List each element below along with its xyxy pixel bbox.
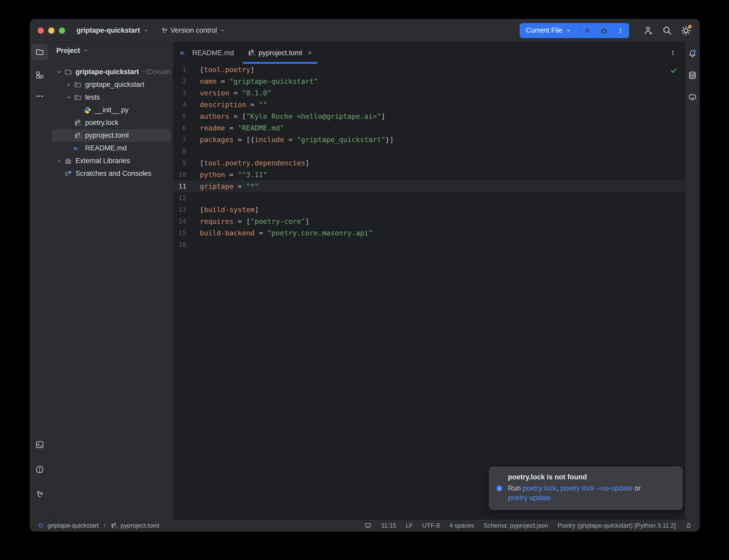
tree-item-griptape-quickstart-pkg[interactable]: griptape_quickstart [52,78,171,91]
run-configuration-label: Current File [526,26,563,34]
add-user-icon [643,25,654,36]
editor-tab-bar: M↓ README.md [T] pyproject.toml [173,42,685,64]
tree-item-pyproject-toml[interactable]: [T]pyproject.toml [52,129,171,142]
run-button[interactable] [581,24,594,37]
inspections-widget[interactable] [669,66,678,76]
code-token: = [233,182,246,190]
tree-item-readme-md[interactable]: M↓README.md [52,142,171,155]
tab-readme-md[interactable]: M↓ README.md [173,42,241,64]
tree-item-tests[interactable]: tests [52,91,171,104]
breadcrumb-project[interactable]: griptape-quickstart [47,522,99,529]
notification-body: Run poetry lock, poetry lock --no-update… [508,484,641,503]
folder-icon [64,68,73,76]
editor-body[interactable]: 1[tool.poetry]2name = "griptape-quicksta… [173,64,685,519]
status-segment[interactable]: UTF-8 [422,522,440,529]
tree-item-init-py[interactable]: __init__.py [52,104,171,116]
status-segment[interactable]: Poetry (griptape-quickstart) [Python 3.1… [558,522,676,529]
status-segment[interactable]: LF [406,522,413,529]
project-tool-button[interactable] [31,44,48,60]
code-text: version = "0.1.0" [200,89,271,97]
code-token: tool.poetry.dependencies [204,159,305,167]
line-number: 8 [173,148,197,155]
editor-area: M↓ README.md [T] pyproject.toml 1[tool.p… [173,42,685,519]
toml-icon: [T] [73,132,82,139]
status-segments: 11:15LFUTF-84 spacesSchema: pyproject.js… [381,522,676,529]
chevron-down-icon[interactable] [55,69,64,75]
notification-text: Run [508,484,523,492]
code-token: description [200,101,246,109]
add-user-button[interactable] [643,25,655,37]
zoom-window-button[interactable] [59,27,65,34]
svg-text:M: M [180,51,184,55]
code-token: }] [385,136,394,144]
ai-assistant-status-icon[interactable] [364,522,372,529]
code-text: requires = ["poetry-core"] [200,217,309,225]
code-line: 1[tool.poetry] [173,64,685,75]
tree-item-poetry-lock[interactable]: [T]poetry.lock [52,116,171,129]
line-number: 5 [173,113,197,120]
status-segment[interactable]: 11:15 [381,522,396,529]
code-line: 13[build-system] [173,204,685,215]
code-token: "poetry.core.masonry.api" [267,229,373,237]
editor-options-button[interactable] [667,47,679,59]
chevron-down-icon[interactable] [64,94,73,101]
run-configuration-selector[interactable]: Current File [526,26,571,34]
code-token: readme [200,124,225,132]
notification-text: , [557,484,561,492]
chevron-right-icon[interactable] [64,81,73,88]
toml-file-icon: [T] [247,49,255,57]
search-everywhere-button[interactable] [661,25,673,37]
tree-item-root[interactable]: griptape-quickstart~/Docume [52,66,171,78]
code-token: [ [200,159,204,167]
ai-assistant-tool-button[interactable] [687,92,698,103]
settings-button[interactable] [680,25,692,37]
database-tool-button[interactable] [687,70,698,81]
tree-item-external-libraries[interactable]: External Libraries [52,155,171,167]
play-icon [583,26,592,35]
right-tool-strip [685,42,700,519]
line-number: 3 [173,89,197,97]
status-segment[interactable]: 4 spaces [449,522,474,529]
more-tool-windows-button[interactable] [31,89,48,103]
vcs-widget[interactable]: Version control [161,26,226,34]
tab-label: README.md [192,49,234,57]
status-segment[interactable]: Schema: pyproject.json [484,522,548,529]
notification-link[interactable]: poetry lock --no-update [561,484,633,492]
code-line: 7packages = [{include = "griptape_quicks… [173,134,685,145]
run-widget-more-button[interactable] [614,24,627,37]
problems-tool-button[interactable] [31,463,48,476]
code-line: 5authors = ["Kyle Roche <hello@griptape.… [173,110,685,122]
structure-tool-button[interactable] [31,68,48,82]
chevron-right-icon[interactable] [55,158,64,164]
tree-item-label: poetry.lock [85,119,119,127]
close-tab-button[interactable] [307,50,313,56]
code-token: = [217,77,229,85]
version-control-tool-button[interactable] [31,488,48,501]
tab-pyproject-toml[interactable]: [T] pyproject.toml [241,42,319,64]
tree-item-scratches[interactable]: Scratches and Consoles [52,167,171,180]
code-token: [ [200,206,204,214]
breadcrumb-file[interactable]: pyproject.toml [120,522,159,529]
terminal-tool-button[interactable] [31,438,48,451]
project-switcher[interactable]: griptape-quickstart [76,26,149,34]
code-line: 2name = "griptape-quickstart" [173,75,685,87]
debug-button[interactable] [598,24,610,37]
code-token: "griptape-quickstart" [229,77,318,85]
code-text: packages = [{include = "griptape_quickst… [200,136,394,144]
notification-link[interactable]: poetry lock [523,484,557,492]
notification-link[interactable]: poetry update [508,494,551,502]
minimize-window-button[interactable] [48,27,54,34]
project-panel-header[interactable]: Project [50,42,173,59]
code-token: build-system [204,206,254,214]
unlock-icon[interactable] [685,522,692,529]
svg-text:[T]: [T] [250,53,255,57]
code-token: = [{ [233,136,254,144]
code-token: = [229,89,242,97]
code-token: = [225,124,238,132]
notifications-tool-button[interactable] [687,48,698,59]
close-window-button[interactable] [38,27,44,34]
code-token: = [225,171,238,179]
tree-item-label: griptape-quickstart [75,68,139,76]
project-panel: Project griptape-quickstart~/Documegript… [50,42,173,519]
code-token: "Kyle Roche <hello@griptape.ai>" [246,112,381,120]
